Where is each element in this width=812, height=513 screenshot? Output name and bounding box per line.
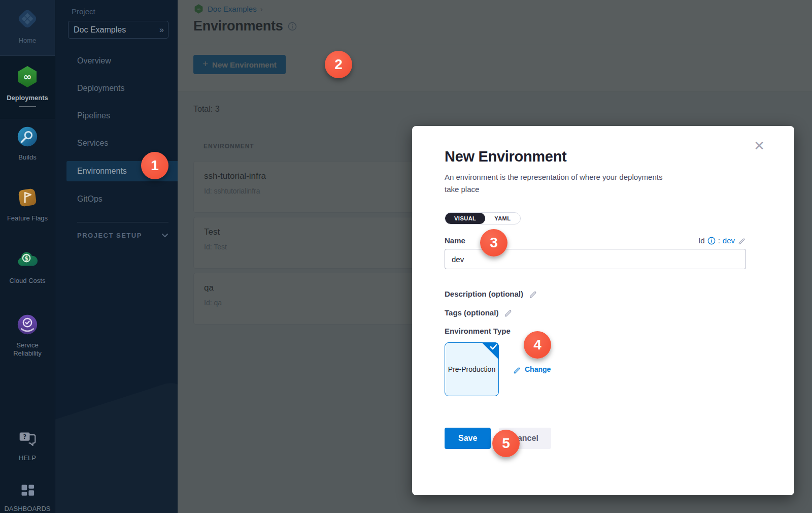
- annotation-step-2: 2: [325, 51, 352, 78]
- rail-item-feature-flags[interactable]: Feature Flags: [0, 186, 55, 222]
- close-icon[interactable]: ✕: [754, 139, 765, 152]
- feature-flags-icon: [16, 186, 39, 211]
- project-sidebar: Project Doc Examples » Overview Deployme…: [55, 0, 178, 513]
- change-pencil-icon: [513, 365, 521, 374]
- annotation-step-5: 5: [492, 430, 520, 457]
- project-name: Doc Examples: [74, 25, 159, 35]
- harness-logo-icon: [15, 6, 40, 34]
- help-icon: ?: [17, 431, 38, 451]
- project-section-label: Project: [72, 7, 95, 16]
- edit-description-pencil-icon: [528, 289, 537, 298]
- tags-toggle[interactable]: Tags (optional): [445, 308, 746, 317]
- rail-item-dashboards[interactable]: DASHBOARDS: [0, 482, 55, 513]
- id-label: Id: [698, 236, 705, 245]
- app-root: Home ∞ Deployments Builds Feature Flags …: [0, 0, 812, 513]
- description-label: Description (optional): [445, 290, 523, 298]
- sidebar-item-pipelines[interactable]: Pipelines: [55, 106, 178, 126]
- modal-title: New Environment: [445, 148, 746, 165]
- sidebar-decoration: [55, 378, 178, 513]
- double-chevron-icon: »: [159, 25, 163, 35]
- edit-tags-pencil-icon: [503, 308, 513, 317]
- modal-subtitle: An environment is the representation of …: [445, 171, 663, 196]
- selected-check-corner: [482, 342, 499, 360]
- tab-visual[interactable]: VISUAL: [445, 213, 485, 224]
- annotation-step-3: 3: [480, 229, 507, 256]
- dashboards-icon: [18, 482, 37, 502]
- sidebar-item-overview[interactable]: Overview: [55, 51, 178, 71]
- rail-item-help[interactable]: ? HELP: [0, 431, 55, 462]
- environment-type-label: Environment Type: [445, 327, 511, 335]
- rail-label-help: HELP: [0, 454, 55, 462]
- rail-item-deployments[interactable]: ∞ Deployments: [0, 56, 55, 119]
- rail-label-builds: Builds: [0, 153, 55, 162]
- annotation-step-4: 4: [524, 331, 551, 359]
- sidebar-divider: [77, 222, 168, 222]
- id-separator: :: [718, 236, 720, 245]
- cloud-costs-icon: $: [16, 248, 39, 274]
- save-button[interactable]: Save: [445, 428, 491, 449]
- rail-item-builds[interactable]: Builds: [0, 125, 55, 162]
- change-environment-type-link[interactable]: Change: [513, 365, 551, 374]
- service-reliability-icon: [16, 313, 39, 338]
- rail-item-cloud-costs[interactable]: $ Cloud Costs: [0, 248, 55, 285]
- rail-label-service-reliability: ServiceReliability: [0, 341, 55, 358]
- rail-label-deployments: Deployments: [0, 94, 55, 102]
- builds-icon: [16, 125, 39, 150]
- project-selector[interactable]: Doc Examples »: [68, 21, 168, 39]
- sidebar-item-deployments[interactable]: Deployments: [55, 78, 178, 99]
- visual-yaml-toggle: VISUAL YAML: [445, 212, 521, 225]
- project-setup-toggle[interactable]: PROJECT SETUP: [77, 230, 168, 241]
- chevron-down-icon: [161, 233, 168, 238]
- module-rail: Home ∞ Deployments Builds Feature Flags …: [0, 0, 55, 513]
- description-toggle[interactable]: Description (optional): [445, 289, 746, 298]
- svg-text:$: $: [24, 255, 28, 262]
- rail-item-home[interactable]: Home: [0, 0, 55, 56]
- deployments-hexagon-icon: ∞: [15, 65, 40, 91]
- environment-type-card-label: Pre-Production: [448, 365, 495, 374]
- active-module-underline: [19, 106, 36, 107]
- tags-label: Tags (optional): [445, 308, 498, 317]
- rail-label-dashboards: DASHBOARDS: [0, 505, 55, 513]
- environment-type-card-pre-production[interactable]: Pre-Production: [445, 342, 499, 396]
- tab-yaml[interactable]: YAML: [485, 213, 520, 224]
- new-environment-modal: ✕ New Environment An environment is the …: [412, 126, 794, 495]
- name-label: Name: [445, 236, 465, 245]
- rail-label-home: Home: [0, 37, 55, 45]
- environment-type-row: Environment Type: [445, 327, 746, 335]
- sidebar-item-gitops[interactable]: GitOps: [55, 189, 178, 209]
- id-value: dev: [723, 236, 735, 245]
- sidebar-item-services[interactable]: Services: [55, 133, 178, 153]
- rail-label-feature-flags: Feature Flags: [0, 214, 55, 222]
- edit-id-pencil-icon[interactable]: [737, 236, 746, 245]
- rail-item-service-reliability[interactable]: ServiceReliability: [0, 313, 55, 358]
- rail-label-cloud-costs: Cloud Costs: [0, 277, 55, 285]
- annotation-step-1: 1: [141, 152, 168, 179]
- svg-text:?: ?: [23, 433, 26, 440]
- id-info-icon[interactable]: [707, 237, 716, 245]
- svg-text:∞: ∞: [23, 71, 32, 83]
- id-row: Id : dev: [698, 236, 746, 245]
